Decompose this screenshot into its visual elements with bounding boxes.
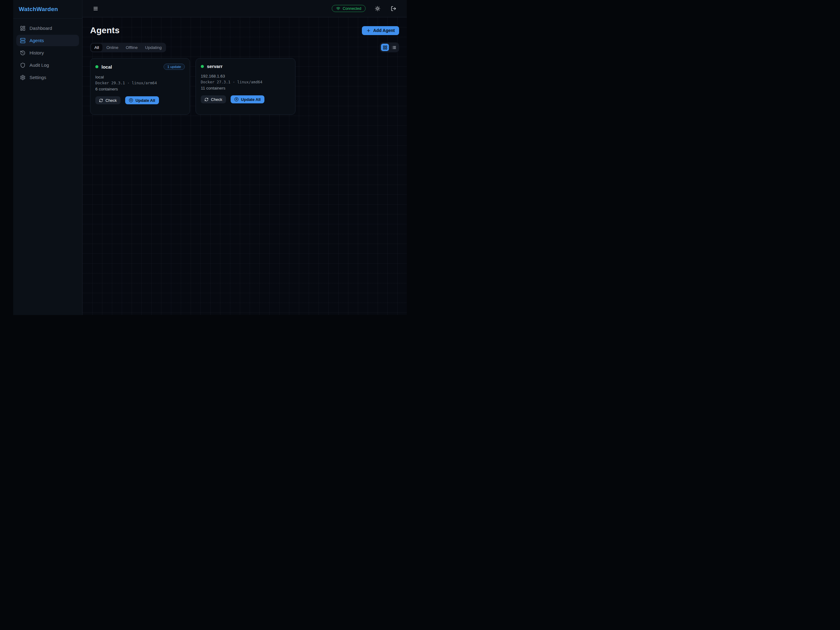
sidebar-toggle-button[interactable] [92,5,99,13]
agent-card-body: local Docker 29.3.1 · linux/arm64 6 cont… [95,75,185,91]
sidebar-item-label: Dashboard [30,25,52,31]
sidebar-item-history[interactable]: History [16,47,79,59]
sidebar-item-label: Settings [30,75,46,80]
check-button-label: Check [211,97,222,102]
wifi-icon [336,6,340,11]
refresh-icon [204,98,208,101]
list-view-icon [392,45,396,50]
filter-tab-updating[interactable]: Updating [142,44,165,51]
logout-icon [391,6,396,11]
toolbar: All Online Offline Updating [90,43,399,52]
app-container: WatchWarden Dashboard Agents History [13,0,407,315]
agent-cards-grid: local 1 update local Docker 29.3.1 · lin… [90,58,399,115]
sidebar-header: WatchWarden [13,0,82,19]
connection-status-label: Connected [343,6,361,11]
agent-card-header: servarr [201,64,290,69]
update-all-button-label: Update All [241,97,261,102]
agent-address: local [95,75,185,79]
sidebar-item-settings[interactable]: Settings [16,72,79,83]
status-online-dot [201,65,204,68]
agent-card-local: local 1 update local Docker 29.3.1 · lin… [90,58,190,115]
connection-status-badge: Connected [332,5,366,12]
server-icon [20,38,25,43]
topbar: Connected [82,0,407,17]
sidebar-nav: Dashboard Agents History Audit Log [13,19,82,87]
sidebar-item-label: Agents [30,38,44,43]
sidebar-item-agents[interactable]: Agents [16,35,79,46]
update-all-button-label: Update All [136,98,155,103]
add-agent-label: Add Agent [373,28,395,33]
refresh-icon [99,98,103,103]
gear-icon [20,75,25,80]
check-button[interactable]: Check [95,96,120,104]
check-button[interactable]: Check [201,95,226,103]
page-title: Agents [90,25,120,35]
agent-name: local [101,64,112,70]
status-filter-tabs: All Online Offline Updating [90,43,166,52]
page-header: Agents Add Agent [90,25,399,35]
agent-card-actions: Check Update All [95,96,185,104]
logout-button[interactable] [390,5,398,13]
sidebar-item-audit-log[interactable]: Audit Log [16,59,79,71]
hamburger-menu-icon [93,6,98,11]
sidebar: WatchWarden Dashboard Agents History [13,0,82,315]
sidebar-item-label: History [30,50,44,55]
add-agent-button[interactable]: Add Agent [362,26,399,35]
app-logo: WatchWarden [19,6,58,13]
grid-view-button[interactable] [381,44,389,51]
agent-docker-info: Docker 27.3.1 · linux/amd64 [201,80,290,84]
agent-name: servarr [207,64,223,69]
shield-icon [20,62,25,68]
topbar-actions: Connected [332,5,398,13]
check-button-label: Check [106,98,117,103]
list-view-button[interactable] [390,44,398,51]
plus-icon [366,28,371,33]
agent-card-actions: Check Update All [201,95,290,103]
agent-card-body: 192.168.1.63 Docker 27.3.1 · linux/amd64… [201,74,290,90]
filter-tab-online[interactable]: Online [103,44,122,51]
history-icon [20,50,25,56]
update-all-button[interactable]: Update All [231,95,264,103]
sidebar-item-dashboard[interactable]: Dashboard [16,22,79,34]
circle-arrow-up-icon [234,97,238,101]
sun-icon [375,6,381,11]
agent-container-count: 11 containers [201,86,290,90]
view-mode-toggle [380,43,399,52]
updates-available-badge: 1 update [164,64,185,70]
filter-tab-offline[interactable]: Offline [122,44,141,51]
update-all-button[interactable]: Update All [125,96,159,104]
circle-arrow-up-icon [129,98,133,103]
agent-card-servarr: servarr 192.168.1.63 Docker 27.3.1 · lin… [196,58,295,115]
dashboard-icon [20,25,25,31]
agents-page: Agents Add Agent All Online Offline Upda… [82,17,407,315]
status-online-dot [95,65,98,68]
grid-view-icon [383,45,387,50]
sidebar-item-label: Audit Log [30,62,49,68]
theme-toggle-button[interactable] [374,5,382,13]
filter-tab-all[interactable]: All [91,44,103,51]
main-column: Connected Agents [82,0,407,315]
agent-address: 192.168.1.63 [201,74,290,78]
agent-docker-info: Docker 29.3.1 · linux/arm64 [95,81,185,85]
agent-container-count: 6 containers [95,87,185,91]
agent-card-header: local 1 update [95,64,185,70]
